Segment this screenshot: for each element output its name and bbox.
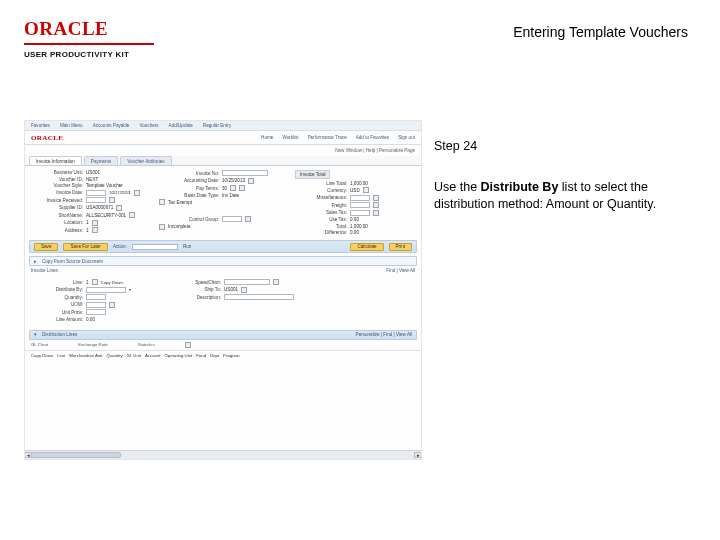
print-button[interactable]: Print <box>389 243 412 251</box>
lbl-vid: Voucher ID: <box>31 177 83 182</box>
checkbox-tax-exempt[interactable] <box>159 199 165 205</box>
distribute-by-select[interactable] <box>86 287 126 293</box>
sales-tax-field[interactable] <box>350 210 370 216</box>
lbl-salestax: Sales Tax: <box>295 210 347 215</box>
menu-item[interactable]: Main Menu <box>60 123 83 128</box>
tab-invoice-info[interactable]: Invoice Information <box>29 156 82 165</box>
nav-worklist[interactable]: Worklist <box>282 135 298 140</box>
col-dept: Dept <box>210 353 219 358</box>
freight-field[interactable] <box>350 202 370 208</box>
checkbox-copy-down[interactable] <box>92 279 98 285</box>
detail-icon[interactable] <box>373 210 379 216</box>
val-supid: USA0000071 <box>86 205 113 210</box>
val-short: ALLSECURITY-001 <box>86 213 126 218</box>
lbl-linetotal: Line Total: <box>295 181 347 186</box>
dist-tab-gl[interactable]: GL Chart <box>31 342 48 348</box>
menu-item[interactable]: Accounts Payable <box>93 123 130 128</box>
lbl-distby: Distribute By: <box>31 287 83 292</box>
lookup-icon[interactable] <box>273 279 279 285</box>
detail-icon[interactable] <box>239 185 245 191</box>
find-view-link[interactable]: Find | View All <box>386 268 415 273</box>
lookup-icon[interactable] <box>230 185 236 191</box>
lbl-lineamt: Line Amount: <box>31 317 83 322</box>
dist-tab-stat[interactable]: Statistics <box>138 342 155 348</box>
personalize-link[interactable]: Personalize | Find | View All <box>356 332 412 337</box>
lookup-icon[interactable] <box>129 212 135 218</box>
calendar-icon[interactable] <box>109 197 115 203</box>
cursor-icon <box>125 385 133 395</box>
lbl-shipto: Ship To: <box>169 287 221 292</box>
lookup-icon[interactable] <box>363 187 369 193</box>
col-glunit: GL Unit <box>127 353 141 358</box>
lookup-icon[interactable] <box>109 302 115 308</box>
detail-icon[interactable] <box>373 202 379 208</box>
val-basis: Inv Date <box>222 193 239 198</box>
lbl-invdate: Invoice Date: <box>31 190 83 195</box>
scroll-right-icon[interactable]: ▸ <box>414 452 422 458</box>
lbl-misc: Miscellaneous: <box>295 195 347 200</box>
detail-icon[interactable] <box>373 195 379 201</box>
menu-item[interactable]: Favorites <box>31 123 50 128</box>
lbl-unitprice: Unit Price: <box>31 310 83 315</box>
tab-voucher-attr[interactable]: Voucher Attributes <box>120 156 171 165</box>
lookup-icon[interactable] <box>116 205 122 211</box>
step-label: Step 24 <box>434 138 688 155</box>
lbl-action: Action: <box>113 244 127 249</box>
unit-price-field[interactable] <box>86 309 106 315</box>
save-for-later-button[interactable]: Save For Later <box>63 243 107 251</box>
save-button[interactable]: Save <box>34 243 58 251</box>
lbl-line: Line: <box>31 280 83 285</box>
scroll-thumb[interactable] <box>31 452 121 458</box>
copy-from-label: Copy From Source Document <box>42 259 103 264</box>
page-tools[interactable]: New Window | Help | Personalize Page <box>25 145 421 156</box>
invoice-no-field[interactable] <box>222 170 268 176</box>
dist-tab-ex[interactable]: Exchange Rate <box>78 342 107 348</box>
description-field[interactable] <box>224 294 294 300</box>
invoice-date-field[interactable] <box>86 190 106 196</box>
tab-payments[interactable]: Payments <box>84 156 118 165</box>
menu-item[interactable]: Vouchers <box>139 123 158 128</box>
speedchart-field[interactable] <box>224 279 270 285</box>
invoice-received-field[interactable] <box>86 197 106 203</box>
menu-item[interactable]: Add/Update <box>169 123 193 128</box>
chevron-down-icon[interactable]: ▾ <box>129 287 131 292</box>
instruction-text: Use the Distribute By list to select the… <box>434 179 688 213</box>
menu-item[interactable]: Regular Entry <box>203 123 231 128</box>
action-select[interactable] <box>132 244 178 250</box>
horizontal-scrollbar[interactable]: ◂ ▸ <box>25 450 421 459</box>
val-diff: 0.00 <box>350 230 359 235</box>
expand-icon[interactable] <box>185 342 191 348</box>
lookup-icon[interactable] <box>92 220 98 226</box>
val-usetax: 0.00 <box>350 217 359 222</box>
nav-perf-trace[interactable]: Performance Trace <box>308 135 347 140</box>
dist-lines-label: Distribution Lines <box>42 332 77 337</box>
nav-signout[interactable]: Sign out <box>398 135 415 140</box>
calendar-icon[interactable] <box>134 190 140 196</box>
app-screenshot: Favorites Main Menu Accounts Payable Vou… <box>24 120 422 460</box>
lookup-icon[interactable] <box>92 227 98 233</box>
lbl-ctrlgrp: Control Group: <box>159 217 219 222</box>
nav-favorites[interactable]: Add to Favorites <box>356 135 389 140</box>
action-bar: Save Save For Later Action: Run Calculat… <box>29 240 417 253</box>
val-linetotal: 1,000.00 <box>350 181 368 186</box>
calendar-icon[interactable] <box>248 178 254 184</box>
copy-from-section[interactable]: ▸ Copy From Source Document <box>29 256 417 266</box>
page-tabs: Invoice Information Payments Voucher Att… <box>25 156 421 166</box>
val-shipto: US001 <box>224 287 238 292</box>
nav-home[interactable]: Home <box>261 135 273 140</box>
breadcrumb-top: Favorites Main Menu Accounts Payable Vou… <box>25 121 421 131</box>
lbl-speedchart: SpeedChart: <box>169 280 221 285</box>
uom-field[interactable] <box>86 302 106 308</box>
calculate-button[interactable]: Calculate <box>350 243 383 251</box>
page-title: Entering Template Vouchers <box>513 24 688 40</box>
lookup-icon[interactable] <box>241 287 247 293</box>
lbl-loc: Location: <box>31 220 83 225</box>
checkbox-incomplete[interactable] <box>159 224 165 230</box>
run-link[interactable]: Run <box>183 244 191 249</box>
dist-lines-bar: ▾ Distribution Lines Personalize | Find … <box>29 330 417 340</box>
oracle-logo: ORACLE <box>24 18 154 40</box>
quantity-field[interactable] <box>86 294 106 300</box>
control-group-field[interactable] <box>222 216 242 222</box>
misc-field[interactable] <box>350 195 370 201</box>
lookup-icon[interactable] <box>245 216 251 222</box>
